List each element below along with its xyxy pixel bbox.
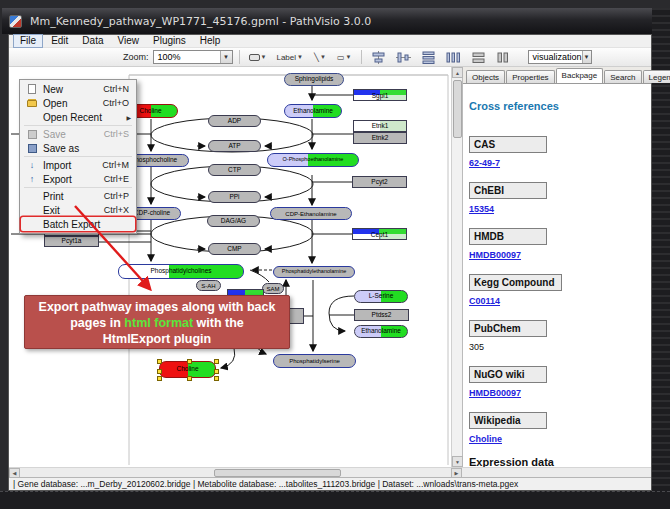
file-menu-item-save[interactable]: SaveCtrl+S xyxy=(21,127,135,141)
pathway-node-cmp[interactable]: CMP xyxy=(208,243,261,255)
saveas-icon xyxy=(24,144,40,153)
xref-header-kegg-compound: Kegg Compound xyxy=(469,274,562,291)
pathway-node-atp[interactable]: ATP xyxy=(208,140,261,152)
pathway-node-pcyt2[interactable]: Pcyt2 xyxy=(352,176,407,188)
selection-handle[interactable] xyxy=(214,369,219,374)
pathway-node-s-ah[interactable]: S-AH xyxy=(196,280,221,291)
menu-help[interactable]: Help xyxy=(194,35,227,47)
menu-data[interactable]: Data xyxy=(76,35,109,47)
new-shape-button[interactable]: ▭ ▼ xyxy=(334,49,355,65)
canvas-horizontal-scrollbar[interactable]: ◀ ▶ xyxy=(9,467,651,477)
visualization-caret-icon[interactable]: ▼ xyxy=(582,51,591,63)
distribute-horizontal-icon xyxy=(446,51,461,64)
pathway-node-phosphatidylethanolamine[interactable]: Phosphatidylethanolamine xyxy=(273,266,355,278)
pathway-node-ethanolamine[interactable]: Ethanolamine xyxy=(354,325,408,338)
menu-plugins[interactable]: Plugins xyxy=(147,35,192,47)
vertical-scroll-thumb[interactable] xyxy=(453,80,462,138)
tab-properties[interactable]: Properties xyxy=(506,70,554,83)
new-datanode-button[interactable]: ▼ xyxy=(246,49,270,65)
distribute-vertical-icon xyxy=(421,51,436,64)
pathway-node-sam[interactable]: SAM xyxy=(262,283,284,294)
common-height-button[interactable] xyxy=(493,49,514,65)
selection-handle[interactable] xyxy=(187,376,192,381)
new-icon xyxy=(24,84,40,94)
scroll-up-icon[interactable]: ▲ xyxy=(452,67,463,78)
pathway-node-dag-ag[interactable]: DAG/AG xyxy=(207,215,260,227)
pathway-node-ptdss2[interactable]: Ptdss2 xyxy=(354,309,409,321)
canvas-vertical-scrollbar[interactable]: ▲ ▼ xyxy=(451,67,462,467)
pathway-node-sgpl1[interactable]: Sgpl1 xyxy=(353,89,407,101)
common-width-button[interactable] xyxy=(468,49,489,65)
pathway-node-adp[interactable]: ADP xyxy=(208,115,261,127)
new-label-button[interactable]: Label ▼ xyxy=(273,49,306,65)
file-menu-item-batch-export[interactable]: Batch Export xyxy=(21,217,135,231)
pathway-node-sphingolipids[interactable]: Sphingolipids xyxy=(284,73,344,86)
selection-handle[interactable] xyxy=(214,359,219,364)
xref-link-hmdb00097[interactable]: HMDB00097 xyxy=(469,250,521,260)
backpage-panel[interactable]: Cross references CAS62-49-7ChEBI15354HMD… xyxy=(463,83,651,467)
new-line-button[interactable]: ╲ ▼ xyxy=(310,49,330,65)
file-menu-item-new[interactable]: NewCtrl+N xyxy=(21,82,135,96)
menu-file[interactable]: File xyxy=(13,34,43,48)
title-bar[interactable]: Mm_Kennedy_pathway_WP1771_45176.gpml - P… xyxy=(2,8,668,34)
scroll-left-icon[interactable]: ◀ xyxy=(9,468,20,478)
menu-edit[interactable]: Edit xyxy=(45,35,74,47)
distribute-vertical-button[interactable] xyxy=(418,49,439,65)
pathway-node-choline[interactable]: Choline xyxy=(159,361,216,378)
scroll-right-icon[interactable]: ▶ xyxy=(451,468,462,478)
tab-objects[interactable]: Objects xyxy=(466,70,505,83)
selection-handle[interactable] xyxy=(187,359,192,364)
menu-view[interactable]: View xyxy=(111,35,145,47)
pathway-node-ethanolamine[interactable]: Ethanolamine xyxy=(284,104,342,118)
align-center-x-button[interactable] xyxy=(368,49,389,65)
pathway-node-etnk1[interactable]: Etnk1 xyxy=(353,120,407,132)
scroll-down-icon[interactable]: ▼ xyxy=(452,456,463,467)
selection-handle[interactable] xyxy=(214,376,219,381)
file-menu-item-print[interactable]: PrintCtrl+P xyxy=(21,189,135,203)
xref-link-c00114[interactable]: C00114 xyxy=(469,296,500,306)
xref-header-nugo-wiki: NuGO wiki xyxy=(469,366,547,383)
tab-legend[interactable]: Legend xyxy=(643,70,670,83)
pathway-node-pcyt1a[interactable]: Pcyt1a xyxy=(44,236,99,247)
pathway-node-ctp[interactable]: CTP xyxy=(208,164,261,176)
chevron-down-icon[interactable]: ▼ xyxy=(261,54,267,60)
xref-header-pubchem: PubChem xyxy=(469,320,547,337)
datanode-icon xyxy=(249,54,260,61)
file-menu-item-import[interactable]: ↓ImportCtrl+M xyxy=(21,158,135,172)
pathway-node-l-serine[interactable]: L-Serine xyxy=(354,290,408,303)
align-center-y-button[interactable] xyxy=(393,49,414,65)
window-frame-right xyxy=(652,8,670,509)
chevron-down-icon[interactable]: ▼ xyxy=(320,54,326,60)
zoom-caret-icon[interactable]: ▼ xyxy=(220,51,232,63)
horizontal-scroll-thumb[interactable] xyxy=(214,469,341,477)
file-menu-item-open[interactable]: OpenCtrl+O xyxy=(21,96,135,110)
expression-data-heading: Expression data xyxy=(469,456,643,467)
chevron-down-icon[interactable]: ▼ xyxy=(297,54,303,60)
zoom-combobox[interactable]: 100% ▼ xyxy=(153,50,233,64)
file-menu-item-export[interactable]: ↑ExportCtrl+E xyxy=(21,172,135,186)
pathway-node-phosphatidylserine[interactable]: Phosphatidylserine xyxy=(273,354,356,368)
xref-link-62-49-7[interactable]: 62-49-7 xyxy=(469,158,500,168)
selection-handle[interactable] xyxy=(157,376,162,381)
pathway-node-cdp-ethanolamine[interactable]: CDP-Ethanolamine xyxy=(270,207,352,220)
file-menu-item-save-as[interactable]: Save as xyxy=(21,141,135,155)
pathway-node-phosphatidylcholines[interactable]: Phosphatidylcholines xyxy=(118,264,244,279)
tab-backpage[interactable]: Backpage xyxy=(556,68,604,83)
selection-handle[interactable] xyxy=(157,369,162,374)
pathway-node-ppi[interactable]: PPi xyxy=(208,191,261,203)
file-menu: NewCtrl+NOpenCtrl+OOpen Recent▶SaveCtrl+… xyxy=(19,79,137,234)
xref-link-hmdb00097[interactable]: HMDB00097 xyxy=(469,388,521,398)
pathway-node-etnk2[interactable]: Etnk2 xyxy=(353,132,407,144)
distribute-horizontal-button[interactable] xyxy=(443,49,464,65)
pathway-node-o-phosphoethanolamine[interactable]: O-Phosphoethanolamine xyxy=(267,153,359,167)
xref-link-15354[interactable]: 15354 xyxy=(469,204,494,214)
cross-references-list: CAS62-49-7ChEBI15354HMDBHMDB00097Kegg Co… xyxy=(469,136,643,444)
tab-search[interactable]: Search xyxy=(604,70,641,83)
file-menu-item-open-recent[interactable]: Open Recent▶ xyxy=(21,110,135,124)
visualization-combobox[interactable]: visualization ▼ xyxy=(528,50,592,64)
xref-link-choline[interactable]: Choline xyxy=(469,434,502,444)
pathway-node-cept1[interactable]: Cept1 xyxy=(352,228,407,240)
file-menu-item-exit[interactable]: ExitCtrl+X xyxy=(21,203,135,217)
selection-handle[interactable] xyxy=(157,359,162,364)
chevron-down-icon[interactable]: ▼ xyxy=(346,54,352,60)
